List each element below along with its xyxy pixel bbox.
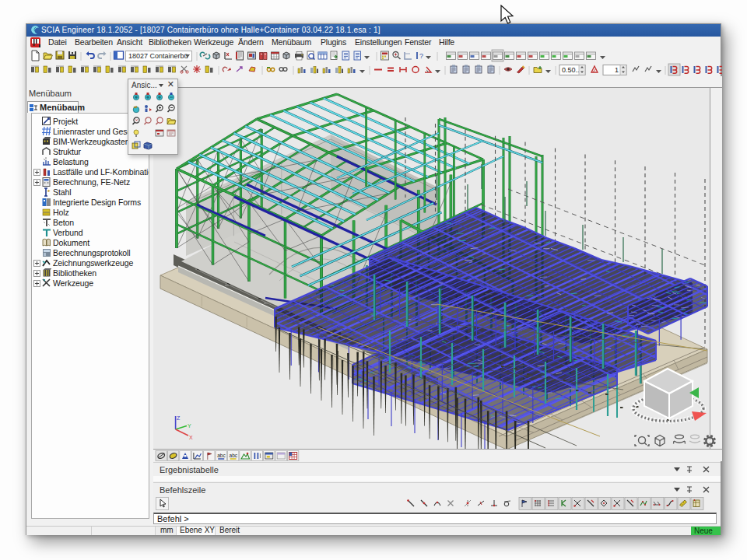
svg-text:abc: abc xyxy=(230,453,238,458)
svg-text:Y: Y xyxy=(188,423,191,429)
svg-text:?: ? xyxy=(419,52,423,60)
svg-text:X: X xyxy=(189,435,193,440)
svg-text:Z: Z xyxy=(177,415,181,421)
svg-text:abc: abc xyxy=(217,453,226,458)
svg-text:1: 1 xyxy=(615,66,619,74)
svg-text:0.50...: 0.50... xyxy=(562,66,581,74)
